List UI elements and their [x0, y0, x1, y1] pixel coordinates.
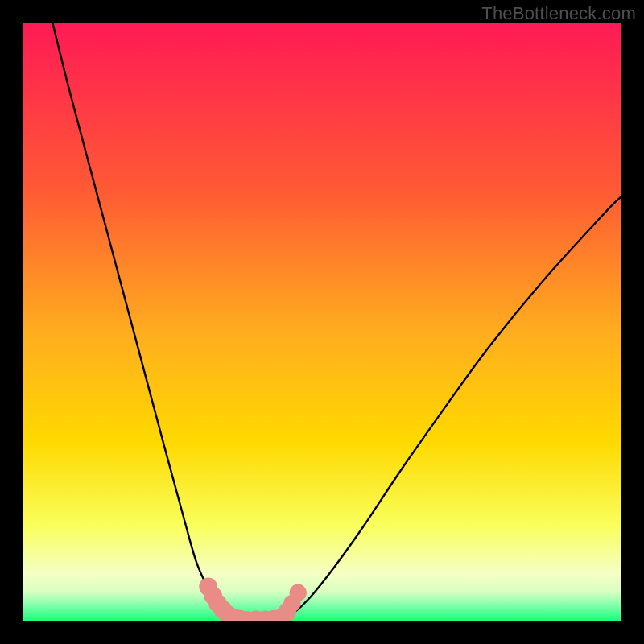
chart-svg [23, 23, 621, 621]
gradient-background [23, 23, 621, 621]
chart-frame: TheBottleneck.com [0, 0, 644, 644]
plot-area [23, 23, 621, 621]
watermark-text: TheBottleneck.com [481, 3, 636, 24]
data-marker [290, 584, 307, 601]
